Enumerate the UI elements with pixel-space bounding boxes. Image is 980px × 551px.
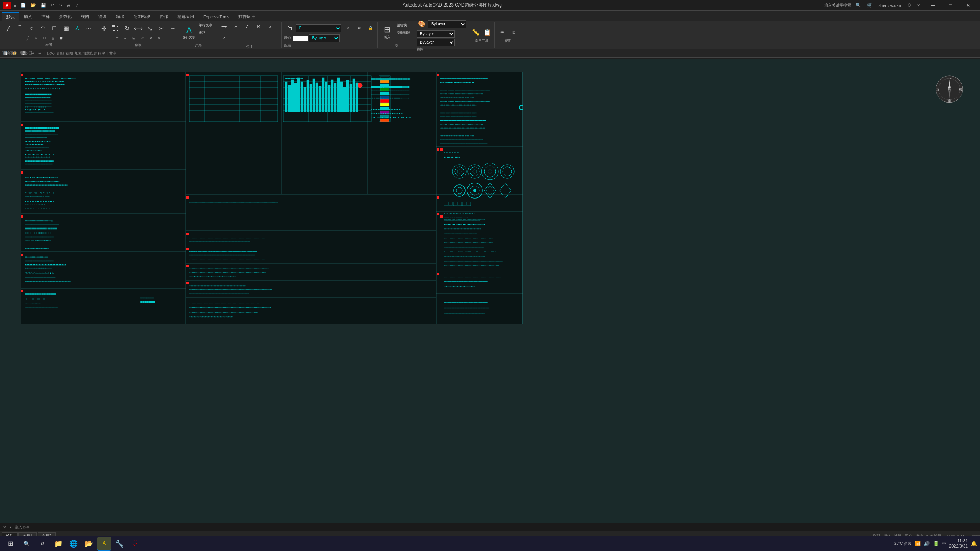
cmd-up-icon[interactable]: ▲ xyxy=(8,525,12,529)
mtext-btn[interactable]: A 多行文字 xyxy=(182,23,196,42)
erase-btn[interactable]: ✕ xyxy=(147,35,155,42)
tab-insert[interactable]: 插入 xyxy=(19,12,37,21)
qat-share[interactable]: ↗ xyxy=(74,2,80,8)
toolbar-share[interactable]: 共享 xyxy=(109,51,117,56)
line-btn[interactable]: ╱ xyxy=(3,23,14,34)
fillet-btn[interactable]: ⌐ xyxy=(122,35,129,42)
qat-save[interactable]: 💾 xyxy=(39,2,47,8)
layer-lock-btn[interactable]: 🔒 xyxy=(365,23,376,34)
layer-prop-btn[interactable]: 🗂 xyxy=(284,23,295,34)
explode-btn[interactable]: ✳ xyxy=(155,35,163,42)
copy-btn[interactable]: ⿻ xyxy=(110,23,121,34)
taskbar-autocad[interactable]: A xyxy=(97,537,111,551)
circle-btn[interactable]: ○ xyxy=(26,23,37,34)
tab-manage[interactable]: 管理 xyxy=(94,12,111,21)
battery-icon[interactable]: 🔋 xyxy=(933,541,939,546)
dim-align[interactable]: ↗ xyxy=(230,21,241,32)
canvas-area[interactable]: ●●●●●●●●●●●●●●●●●●●●●●●●●●●●●●●●●●●●●●●●… xyxy=(0,59,980,531)
create-block-btn[interactable]: 创建块 xyxy=(395,23,412,29)
task-view-button[interactable]: ⧉ xyxy=(35,537,50,551)
taskbar-antivirus[interactable]: 🛡 xyxy=(128,537,142,551)
named-view-btn[interactable]: 👁 xyxy=(497,27,508,38)
volume-icon[interactable]: 🔊 xyxy=(924,541,930,546)
user-icon[interactable]: shenzexuan xyxy=(877,2,903,8)
taskbar-explorer[interactable]: 📁 xyxy=(51,537,65,551)
draw-sub5[interactable]: ⬟ xyxy=(57,35,65,42)
tab-plugin[interactable]: 插件应用 xyxy=(234,12,260,21)
text-btn[interactable]: A xyxy=(72,23,83,34)
properties-btn[interactable]: 📋 xyxy=(482,27,493,38)
match-prop-btn[interactable]: 🎨 xyxy=(416,19,427,29)
dim-leader[interactable]: ↙ xyxy=(219,33,229,44)
tab-featured[interactable]: 精选应用 xyxy=(173,12,199,21)
block-editor-btn[interactable]: 块编辑器 xyxy=(395,30,412,37)
rect-btn[interactable]: □ xyxy=(49,23,60,34)
layer-off-btn[interactable]: ☀ xyxy=(342,23,353,34)
draw-sub6[interactable]: ⋯ xyxy=(66,35,74,42)
cart-icon[interactable]: 🛒 xyxy=(866,2,874,8)
move-btn[interactable]: ✛ xyxy=(98,23,109,34)
draw-sub2[interactable]: ○ xyxy=(32,35,40,42)
draw-sub3[interactable]: □ xyxy=(41,35,48,42)
draw-sub4[interactable]: △ xyxy=(49,35,57,42)
trim-btn[interactable]: ✂ xyxy=(156,23,167,34)
dim-linear[interactable]: ⟷ xyxy=(219,21,229,32)
qat-redo[interactable]: ↪ xyxy=(57,2,64,8)
taskbar-files[interactable]: 📂 xyxy=(82,537,96,551)
viewport-btn[interactable]: ⊡ xyxy=(508,27,519,38)
rotate-btn[interactable]: ↻ xyxy=(121,23,132,34)
network-icon[interactable]: 📶 xyxy=(915,541,921,546)
tab-collaborate[interactable]: 协作 xyxy=(155,12,173,21)
cad-drawing[interactable]: ●●●●●●●●●●●●●●●●●●●●●●●●●●●●●●●●●●●●●●●●… xyxy=(21,72,523,324)
stretch-btn[interactable]: ⤢ xyxy=(139,35,146,42)
tab-annotate[interactable]: 注释 xyxy=(37,12,54,21)
extend-btn[interactable]: → xyxy=(167,23,178,34)
polyline-btn[interactable]: ⌒ xyxy=(15,23,25,34)
start-button[interactable]: ⊞ xyxy=(3,537,18,551)
draw-sub1[interactable]: ╱ xyxy=(24,35,31,42)
color-select[interactable]: ByLayer xyxy=(428,20,466,28)
insert-btn[interactable]: ⊞ 插入 xyxy=(380,23,394,42)
tab-parametric[interactable]: 参数化 xyxy=(54,12,76,21)
scale-btn[interactable]: ⤡ xyxy=(144,23,155,34)
linetype-select[interactable]: ByLayer xyxy=(309,34,340,42)
layer-select[interactable]: 0 图层1 xyxy=(296,24,341,32)
search-btn[interactable]: 🔍 xyxy=(854,2,862,8)
tab-addons[interactable]: 附加模块 xyxy=(129,12,155,21)
table-btn[interactable]: 表格 xyxy=(197,30,214,37)
menu-icon[interactable]: ≡ xyxy=(12,2,18,8)
help-icon[interactable]: ? xyxy=(916,2,921,8)
command-line[interactable]: ✕ ▲ xyxy=(0,523,980,531)
language-icon[interactable]: 中 xyxy=(942,541,946,546)
measure-btn[interactable]: 📏 xyxy=(470,27,481,38)
minimize-btn[interactable]: — xyxy=(924,0,942,11)
maximize-btn[interactable]: □ xyxy=(942,0,959,11)
toolbar-redo[interactable]: ↪ xyxy=(37,51,43,56)
cmd-close-icon[interactable]: ✕ xyxy=(3,525,6,529)
notification-icon[interactable]: 🔔 xyxy=(971,541,977,546)
dim-diameter[interactable]: ⌀ xyxy=(265,21,275,32)
command-input[interactable] xyxy=(15,525,977,529)
hatch-btn[interactable]: ▦ xyxy=(60,23,71,34)
array-btn[interactable]: ⊞ xyxy=(130,35,138,42)
search-button[interactable]: 🔍 xyxy=(19,537,34,551)
qat-undo[interactable]: ↩ xyxy=(49,2,56,8)
tab-express[interactable]: Express Tools xyxy=(199,12,234,21)
system-clock[interactable]: 11:31 2022/8/31 xyxy=(949,538,968,548)
lineweight-select[interactable]: ByLayer xyxy=(416,39,455,46)
qat-open[interactable]: 📂 xyxy=(29,2,38,8)
taskbar-tool[interactable]: 🔧 xyxy=(113,537,126,551)
color-swatch[interactable] xyxy=(293,36,308,41)
settings-icon[interactable]: ⚙ xyxy=(906,2,913,8)
mirror-btn[interactable]: ⟺ xyxy=(133,23,144,34)
more-draw-btn[interactable]: ⋯ xyxy=(83,23,94,34)
tab-view[interactable]: 视图 xyxy=(76,12,94,21)
qat-new[interactable]: 📄 xyxy=(19,2,28,8)
arc-btn[interactable]: ◠ xyxy=(38,23,48,34)
dim-radius[interactable]: R xyxy=(253,21,264,32)
qat-print[interactable]: 🖨 xyxy=(65,2,72,8)
search-placeholder[interactable]: 输入关键字搜索 xyxy=(824,3,851,8)
dim-angular[interactable]: ∠ xyxy=(242,21,252,32)
close-btn[interactable]: ✕ xyxy=(959,0,977,11)
taskbar-chrome[interactable]: 🌐 xyxy=(67,537,80,551)
